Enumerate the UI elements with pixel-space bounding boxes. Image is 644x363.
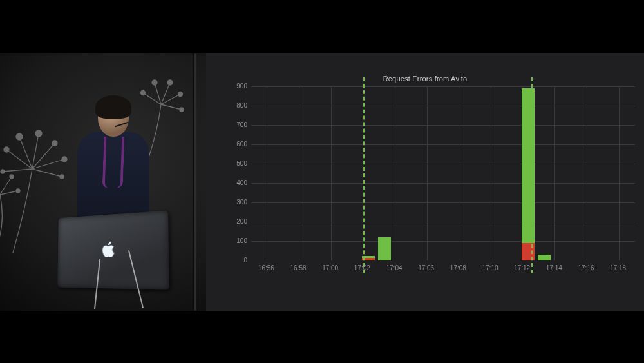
svg-line-30 bbox=[161, 104, 182, 110]
svg-point-13 bbox=[1, 170, 5, 173]
chart-title: Request Errors from Avito bbox=[206, 75, 644, 83]
y-tick-label: 800 bbox=[222, 102, 247, 109]
svg-point-3 bbox=[16, 133, 23, 140]
y-tick-label: 500 bbox=[222, 160, 247, 167]
svg-point-11 bbox=[60, 175, 64, 179]
svg-point-27 bbox=[167, 80, 173, 85]
svg-line-26 bbox=[161, 83, 170, 104]
x-tick-label: 17:02 bbox=[354, 264, 370, 271]
y-tick-label: 600 bbox=[222, 141, 247, 148]
x-tick-label: 17:10 bbox=[482, 264, 498, 271]
y-tick-label: 900 bbox=[222, 83, 247, 90]
x-tick-label: 17:14 bbox=[546, 264, 562, 271]
laptop bbox=[57, 210, 169, 289]
x-tick-label: 17:18 bbox=[610, 264, 626, 271]
chart-panel: Request Errors from Avito 01002003004005… bbox=[206, 53, 644, 311]
time-marker bbox=[363, 77, 365, 273]
svg-point-23 bbox=[141, 91, 146, 95]
svg-point-29 bbox=[178, 92, 183, 97]
time-marker bbox=[531, 77, 533, 273]
x-tick-label: 17:16 bbox=[578, 264, 594, 271]
chart-plot-area bbox=[251, 86, 635, 260]
bar bbox=[378, 237, 391, 260]
svg-point-7 bbox=[52, 141, 57, 146]
x-tick-label: 17:06 bbox=[418, 264, 434, 271]
bar bbox=[522, 88, 535, 260]
svg-line-20 bbox=[0, 191, 18, 195]
speaker-scene bbox=[0, 53, 206, 311]
x-tick-label: 16:56 bbox=[258, 264, 274, 271]
y-tick-label: 100 bbox=[222, 237, 247, 244]
x-tick-label: 17:04 bbox=[386, 264, 402, 271]
y-tick-label: 300 bbox=[222, 199, 247, 206]
chart-grid bbox=[251, 86, 635, 260]
bar bbox=[538, 255, 551, 260]
svg-point-25 bbox=[152, 80, 157, 85]
x-tick-label: 17:00 bbox=[322, 264, 338, 271]
x-tick-label: 17:12 bbox=[514, 264, 530, 271]
svg-point-31 bbox=[180, 108, 184, 112]
svg-line-12 bbox=[3, 169, 32, 172]
apple-logo-icon bbox=[102, 240, 117, 262]
x-tick-label: 17:08 bbox=[450, 264, 466, 271]
y-tick-label: 400 bbox=[222, 179, 247, 186]
y-tick-label: 200 bbox=[222, 218, 247, 225]
svg-point-21 bbox=[16, 189, 20, 193]
x-tick-label: 16:58 bbox=[290, 264, 307, 271]
svg-point-9 bbox=[62, 157, 67, 162]
svg-line-8 bbox=[32, 159, 64, 169]
svg-line-28 bbox=[161, 94, 180, 104]
video-frame: Request Errors from Avito 01002003004005… bbox=[0, 53, 644, 311]
svg-point-1 bbox=[4, 147, 9, 152]
y-tick-label: 0 bbox=[222, 257, 247, 264]
svg-line-10 bbox=[32, 169, 62, 177]
y-tick-label: 700 bbox=[222, 121, 247, 128]
svg-line-4 bbox=[32, 133, 39, 169]
svg-line-18 bbox=[0, 177, 12, 195]
svg-point-19 bbox=[10, 175, 14, 179]
svg-point-5 bbox=[35, 130, 42, 137]
svg-line-6 bbox=[32, 143, 55, 169]
